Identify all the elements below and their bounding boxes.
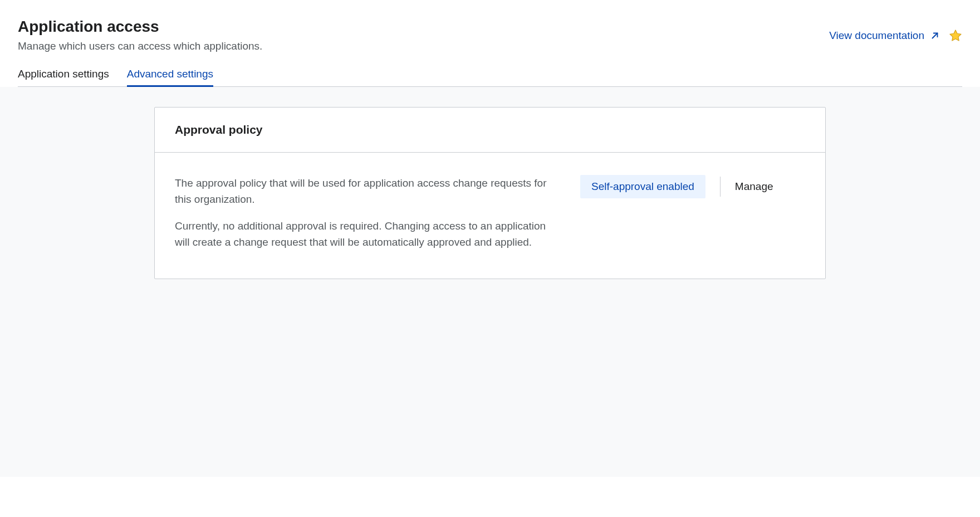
tab-bar: Application settings Advanced settings [18, 68, 962, 87]
card-title: Approval policy [175, 123, 805, 136]
card-header: Approval policy [155, 108, 825, 153]
approval-policy-card: Approval policy The approval policy that… [154, 107, 826, 279]
card-controls: Self-approval enabled Manage [580, 175, 776, 198]
page-header: Application access Manage which users ca… [0, 0, 980, 87]
manage-button[interactable]: Manage [733, 176, 776, 197]
tab-advanced-settings[interactable]: Advanced settings [127, 68, 213, 87]
svg-marker-1 [950, 30, 961, 41]
content-area: Approval policy The approval policy that… [0, 87, 980, 477]
favorite-star-icon[interactable] [949, 29, 962, 42]
header-title-group: Application access Manage which users ca… [18, 18, 829, 52]
doc-link-label: View documentation [829, 30, 924, 42]
header-top-row: Application access Manage which users ca… [18, 18, 962, 52]
header-actions: View documentation [829, 29, 962, 42]
card-body: The approval policy that will be used fo… [155, 153, 825, 279]
external-link-icon [930, 31, 940, 41]
view-documentation-link[interactable]: View documentation [829, 30, 940, 42]
tab-application-settings[interactable]: Application settings [18, 68, 109, 87]
card-paragraph-2: Currently, no additional approval is req… [175, 218, 553, 251]
status-badge: Self-approval enabled [580, 175, 705, 198]
vertical-divider [720, 177, 721, 197]
card-description: The approval policy that will be used fo… [175, 175, 553, 251]
page-subtitle: Manage which users can access which appl… [18, 40, 829, 52]
card-paragraph-1: The approval policy that will be used fo… [175, 175, 553, 208]
page-title: Application access [18, 18, 829, 36]
svg-line-0 [933, 33, 938, 38]
